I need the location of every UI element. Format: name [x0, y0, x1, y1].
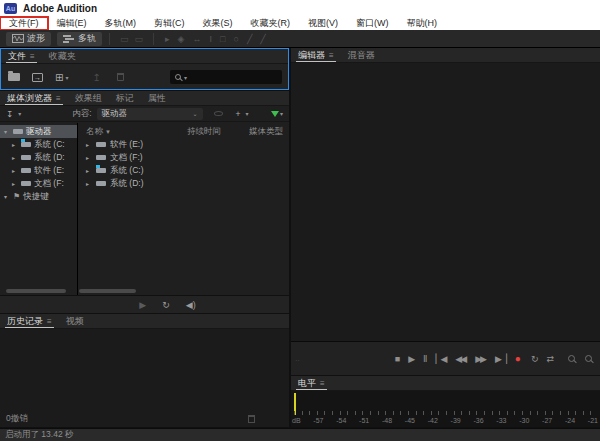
- collapse-chevron-icon[interactable]: ▸: [86, 167, 92, 174]
- list-horizontal-scrollbar[interactable]: [79, 289, 136, 293]
- tab-levels-label: 电平: [298, 377, 316, 390]
- menu-favorites[interactable]: 收藏夹(R): [242, 17, 300, 30]
- record-button[interactable]: ●: [515, 353, 521, 364]
- go-to-end-button[interactable]: ▶▕: [495, 354, 505, 364]
- expand-icon[interactable]: ▾: [4, 193, 10, 200]
- slip-tool-icon[interactable]: ↔: [192, 34, 201, 44]
- zoom-out-point-icon[interactable]: [585, 355, 592, 362]
- column-media-type[interactable]: 媒体类型: [249, 126, 289, 138]
- new-file-icon[interactable]: ⊞: [55, 72, 63, 83]
- expand-icon[interactable]: ▾: [4, 128, 10, 135]
- filter-caret-icon: ▾: [280, 110, 283, 117]
- tab-editor[interactable]: 编辑器 ≡: [291, 48, 341, 63]
- tab-history[interactable]: 历史记录 ≡: [0, 314, 59, 329]
- scale-label: -54: [336, 417, 346, 426]
- skip-selection-button[interactable]: ⇄: [546, 354, 552, 364]
- menu-multitrack[interactable]: 多轨(M): [96, 17, 146, 30]
- razor-tool-icon[interactable]: ◈: [178, 34, 185, 44]
- add-shortcut-caret-icon[interactable]: ▾: [245, 110, 248, 117]
- go-to-start-button[interactable]: ▏◀: [435, 354, 445, 364]
- menu-file[interactable]: 文件(F): [0, 17, 48, 30]
- tree-item-label: 系统 (C:: [34, 139, 65, 151]
- list-item-system-c[interactable]: ▸ 系统 (C:): [78, 164, 289, 177]
- import-caret-icon[interactable]: ▾: [18, 110, 21, 117]
- tree-horizontal-scrollbar[interactable]: [6, 289, 66, 293]
- tree-item-system-d[interactable]: ▸ 系统 (D:: [0, 151, 77, 164]
- collapse-chevron-icon[interactable]: ▸: [12, 154, 18, 161]
- spot-healing-brush-tool-icon[interactable]: ╱: [260, 34, 265, 44]
- tab-media-browser[interactable]: 媒体浏览器 ≡: [0, 91, 68, 106]
- loop-playback-button[interactable]: ↻: [531, 354, 537, 364]
- column-duration[interactable]: 持续时间: [187, 126, 249, 138]
- rewind-button[interactable]: ◀◀: [455, 354, 465, 364]
- new-file-caret-icon[interactable]: ▾: [65, 74, 68, 81]
- time-selection-tool-icon[interactable]: I: [209, 34, 212, 44]
- open-file-icon[interactable]: [8, 73, 20, 81]
- search-caret-icon[interactable]: ▾: [184, 74, 187, 81]
- drives-list: 名称 ▼ 持续时间 媒体类型 ▸ 软件 (E:) ▸ 文档 (F:) ▸ 系统 …: [78, 123, 289, 295]
- menu-help[interactable]: 帮助(H): [398, 17, 447, 30]
- tab-mixer[interactable]: 混音器: [341, 48, 382, 63]
- tab-effects-rack[interactable]: 效果组: [68, 91, 109, 106]
- panel-menu-icon[interactable]: ≡: [56, 94, 61, 103]
- tree-item-software-e[interactable]: ▸ 软件 (E:: [0, 164, 77, 177]
- filter-button[interactable]: ▾: [271, 110, 283, 117]
- collapse-chevron-icon[interactable]: ▸: [12, 167, 18, 174]
- column-name[interactable]: 名称 ▼: [78, 126, 187, 138]
- collapse-chevron-icon[interactable]: ▸: [86, 141, 92, 148]
- menu-view[interactable]: 视图(V): [299, 17, 347, 30]
- menu-window[interactable]: 窗口(W): [347, 17, 398, 30]
- fast-forward-button[interactable]: ▶▶: [475, 354, 485, 364]
- menu-effects[interactable]: 效果(S): [194, 17, 242, 30]
- auto-play-speaker-icon[interactable]: ◀): [186, 300, 196, 310]
- collapse-chevron-icon[interactable]: ▸: [12, 141, 18, 148]
- play-button[interactable]: ▶: [408, 354, 413, 364]
- default-workspace-icon[interactable]: ▭: [120, 34, 129, 44]
- panel-menu-icon[interactable]: ≡: [329, 51, 334, 60]
- marquee-selection-tool-icon[interactable]: □: [220, 34, 225, 44]
- preview-play-icon[interactable]: ▶: [139, 300, 146, 310]
- move-tool-icon[interactable]: ▸: [165, 34, 170, 44]
- loop-preview-icon[interactable]: ↻: [162, 300, 170, 310]
- tab-files[interactable]: 文件 ≡: [1, 49, 42, 64]
- add-shortcut-icon[interactable]: +: [236, 109, 241, 119]
- edit-workspace-icon[interactable]: ▭: [135, 34, 144, 44]
- multitrack-button[interactable]: 多轨: [57, 32, 102, 46]
- meter-ticks: [294, 411, 598, 415]
- waveform-button[interactable]: 波形: [6, 32, 51, 46]
- tree-item-system-c[interactable]: ▸ 系统 (C:: [0, 138, 77, 151]
- panel-menu-icon[interactable]: ≡: [30, 52, 35, 61]
- panel-menu-icon[interactable]: ≡: [47, 317, 52, 326]
- tree-item-shortcuts[interactable]: ▾ ⚑ 快捷键: [0, 190, 77, 203]
- content-dropdown[interactable]: 驱动器 ⌄: [97, 108, 203, 120]
- tree-item-label: 驱动器: [26, 126, 52, 138]
- tree-item-drives[interactable]: ▾ 驱动器: [0, 125, 77, 138]
- panel-menu-icon[interactable]: ≡: [320, 379, 325, 388]
- tab-levels[interactable]: 电平 ≡: [291, 376, 332, 391]
- lasso-selection-tool-icon[interactable]: ○: [233, 34, 238, 44]
- zoom-in-point-icon[interactable]: [568, 355, 575, 362]
- collapse-chevron-icon[interactable]: ▸: [86, 180, 92, 187]
- list-item-docs-f[interactable]: ▸ 文档 (F:): [78, 151, 289, 164]
- tree-item-label: 软件 (E:: [34, 165, 64, 177]
- list-item-software-e[interactable]: ▸ 软件 (E:): [78, 138, 289, 151]
- tab-properties[interactable]: 属性: [141, 91, 173, 106]
- menu-clip[interactable]: 剪辑(C): [145, 17, 194, 30]
- tab-favorites[interactable]: 收藏夹: [42, 49, 83, 64]
- files-search-input[interactable]: ▾: [170, 70, 282, 84]
- tab-markers[interactable]: 标记: [109, 91, 141, 106]
- paintbrush-selection-tool-icon[interactable]: ╱: [247, 34, 252, 44]
- list-item-system-d[interactable]: ▸ 系统 (D:): [78, 177, 289, 190]
- collapse-chevron-icon[interactable]: ▸: [12, 180, 18, 187]
- multitrack-button-label: 多轨: [78, 32, 96, 45]
- pause-button[interactable]: Ⅱ: [423, 354, 425, 364]
- import-down-icon[interactable]: ↧: [6, 109, 13, 119]
- tree-item-docs-f[interactable]: ▸ 文档 (F:: [0, 177, 77, 190]
- tab-video[interactable]: 视频: [59, 314, 91, 329]
- waveform-button-label: 波形: [27, 32, 45, 45]
- import-file-icon[interactable]: →: [32, 73, 43, 82]
- stop-button[interactable]: ■: [395, 354, 398, 364]
- menu-edit[interactable]: 编辑(E): [48, 17, 96, 30]
- tab-favorites-label: 收藏夹: [49, 50, 76, 63]
- collapse-chevron-icon[interactable]: ▸: [86, 154, 92, 161]
